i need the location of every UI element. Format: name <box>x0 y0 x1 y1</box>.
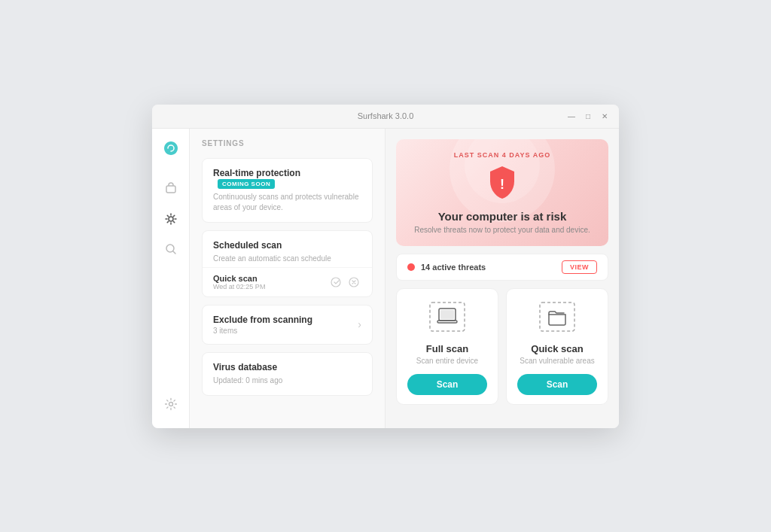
scheduled-description: Create an automatic scan schedule <box>213 254 361 264</box>
folder-icon <box>538 301 576 337</box>
minimize-button[interactable]: — <box>566 111 577 121</box>
shield-risk-icon: ! <box>487 165 517 204</box>
scan-cards: Full scan Scan entire device Scan <box>396 288 608 405</box>
app-body: SETTINGS Real-time protection COMING SOO… <box>152 129 619 428</box>
chevron-right-icon: › <box>358 318 361 330</box>
exclude-count: 3 items <box>213 327 312 335</box>
last-scan-label: LAST SCAN 4 DAYS AGO <box>454 151 550 159</box>
virus-db-title: Virus database <box>213 362 361 372</box>
view-threats-button[interactable]: VIEW <box>562 260 597 274</box>
svg-point-1 <box>169 217 173 221</box>
close-button[interactable]: ✕ <box>599 111 610 121</box>
scheduled-scan-section: Scheduled scan Create an automatic scan … <box>202 230 373 297</box>
quick-scan-title: Quick scan <box>531 343 583 354</box>
scheduled-item: Quick scan Wed at 02:25 PM <box>203 267 372 296</box>
svg-point-3 <box>169 402 172 406</box>
svg-rect-10 <box>440 310 454 319</box>
realtime-protection-section: Real-time protection COMING SOON Continu… <box>202 158 373 223</box>
sidebar-item-settings[interactable] <box>159 392 183 416</box>
svg-rect-0 <box>166 186 175 193</box>
window-controls: — □ ✕ <box>566 111 610 121</box>
exclude-title: Exclude from scanning <box>213 315 312 325</box>
threats-count: 14 active threats <box>421 263 486 272</box>
edit-scheduled-button[interactable] <box>328 275 343 290</box>
window-title: Surfshark 3.0.0 <box>358 111 414 120</box>
scheduled-item-info: Quick scan Wed at 02:25 PM <box>213 274 265 290</box>
quick-scan-card: Quick scan Scan vulnerable areas Scan <box>506 288 608 405</box>
full-scan-card: Full scan Scan entire device Scan <box>396 288 498 405</box>
realtime-title: Real-time protection COMING SOON <box>213 168 361 189</box>
coming-soon-badge: COMING SOON <box>218 179 275 189</box>
exclude-left: Exclude from scanning 3 items <box>213 315 312 335</box>
settings-panel: SETTINGS Real-time protection COMING SOO… <box>190 129 386 428</box>
svg-rect-11 <box>540 302 574 331</box>
threats-left: 14 active threats <box>407 263 486 272</box>
scheduled-header: Scheduled scan Create an automatic scan … <box>203 231 372 267</box>
settings-section-label: SETTINGS <box>202 139 373 147</box>
full-scan-button[interactable]: Scan <box>407 374 487 395</box>
virus-database-section: Virus database Updated: 0 mins ago <box>202 352 373 396</box>
risk-title: Your computer is at risk <box>438 210 567 223</box>
app-window: Surfshark 3.0.0 — □ ✕ <box>152 105 619 428</box>
risk-banner: LAST SCAN 4 DAYS AGO ! Your computer is … <box>396 139 608 246</box>
scheduled-item-name: Quick scan <box>213 274 265 283</box>
scheduled-item-time: Wed at 02:25 PM <box>213 283 265 290</box>
risk-description: Resolve threats now to protect your data… <box>414 226 590 234</box>
threat-indicator <box>407 263 415 271</box>
exclude-section[interactable]: Exclude from scanning 3 items › <box>202 305 373 345</box>
svg-rect-9 <box>437 321 457 323</box>
realtime-description: Continuously scans and protects vulnerab… <box>213 192 361 213</box>
quick-scan-button[interactable]: Scan <box>517 374 597 395</box>
sidebar-item-vpn[interactable] <box>159 177 183 201</box>
svg-point-4 <box>331 278 340 287</box>
scheduled-title: Scheduled scan <box>213 240 361 251</box>
delete-scheduled-button[interactable] <box>346 275 361 290</box>
sidebar-logo[interactable] <box>160 138 181 159</box>
full-scan-title: Full scan <box>426 343 468 354</box>
main-content: LAST SCAN 4 DAYS AGO ! Your computer is … <box>386 129 619 428</box>
maximize-button[interactable]: □ <box>583 111 593 121</box>
sidebar-item-antivirus[interactable] <box>159 207 183 231</box>
sidebar-item-search[interactable] <box>159 237 183 261</box>
svg-text:!: ! <box>500 177 504 192</box>
titlebar: Surfshark 3.0.0 — □ ✕ <box>152 105 619 129</box>
threats-row: 14 active threats VIEW <box>396 254 608 281</box>
scheduled-item-actions <box>328 275 361 290</box>
quick-scan-description: Scan vulnerable areas <box>520 357 595 365</box>
sidebar <box>152 129 190 428</box>
virus-db-updated: Updated: 0 mins ago <box>213 375 361 386</box>
full-scan-description: Scan entire device <box>416 357 478 365</box>
laptop-icon <box>428 301 466 337</box>
